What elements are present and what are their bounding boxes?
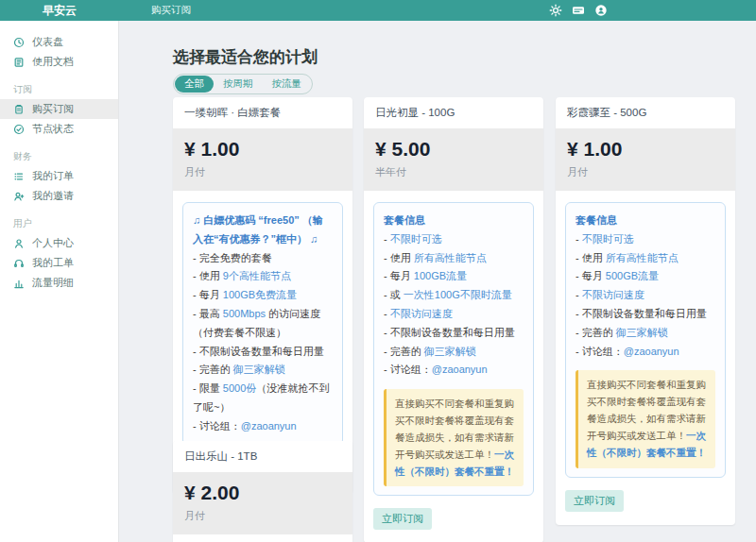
plan-price-block: ¥ 2.00 月付 bbox=[173, 472, 352, 534]
feature-line: - 讨论组：@zaoanyun bbox=[576, 343, 715, 362]
feature-line: - 完善的 御三家解锁 bbox=[384, 343, 524, 362]
sidebar-section-finance: 财务 bbox=[0, 150, 118, 163]
feature-line: - 不限制设备数量和每日用量 bbox=[384, 324, 524, 343]
plan-price: ¥ 2.00 bbox=[184, 482, 341, 504]
page-title: 选择最适合您的计划 bbox=[173, 46, 318, 68]
feature-line: - 限量 5000份（没准就抢不到了呢~） bbox=[193, 380, 333, 417]
feature-line: - 完善的 御三家解锁 bbox=[193, 361, 333, 380]
subscription-icon bbox=[13, 104, 25, 115]
plan-title: 彩霞骤至 - 500G bbox=[556, 97, 735, 128]
feature-line: - 每月 100GB流量 bbox=[384, 267, 524, 286]
sidebar-section-subscription: 订阅 bbox=[0, 83, 118, 96]
feature-line: - 不限时可选 bbox=[576, 230, 715, 249]
feature-line: - 不限访问速度 bbox=[384, 305, 524, 324]
language-flag-icon[interactable] bbox=[572, 4, 585, 17]
feature-line: - 最高 500Mbps 的访问速度（付费套餐不限速） bbox=[193, 305, 333, 343]
sidebar-item-traffic-details[interactable]: 流量明细 bbox=[0, 273, 118, 293]
app-logo: 早安云 bbox=[0, 0, 119, 21]
plan-price-block: ¥ 1.00 月付 bbox=[556, 128, 735, 191]
sidebar-item-label: 仪表盘 bbox=[32, 35, 63, 49]
feature-line: - 不限访问速度 bbox=[576, 286, 715, 305]
plan-card: 日光初显 - 100G ¥ 5.00 半年付 套餐信息 - 不限时可选 - 使用… bbox=[364, 97, 543, 542]
topbar: 购买订阅 bbox=[119, 0, 756, 21]
filter-by-traffic[interactable]: 按流量 bbox=[263, 76, 312, 93]
sidebar-item-label: 个人中心 bbox=[32, 236, 74, 250]
settings-gear-icon[interactable] bbox=[549, 4, 562, 17]
plan-price-block: ¥ 1.00 月付 bbox=[173, 128, 352, 191]
topbar-title: 购买订阅 bbox=[151, 0, 191, 21]
filter-all[interactable]: 全部 bbox=[175, 76, 214, 93]
promo-code-line: ♫ 白嫖优惠码 “free50” （输入在“有优惠券？”框中） ♫ bbox=[193, 212, 333, 249]
sidebar-item-dashboard[interactable]: 仪表盘 bbox=[0, 32, 118, 52]
feature-line: - 使用 所有高性能节点 bbox=[384, 249, 524, 268]
sidebar-item-my-invites[interactable]: 我的邀请 bbox=[0, 186, 118, 206]
sidebar-item-label: 流量明细 bbox=[32, 276, 74, 290]
feature-line: - 不限时可选 bbox=[384, 230, 524, 249]
feature-line: - 不限制设备数量和每日用量 bbox=[193, 343, 333, 362]
plan-price: ¥ 1.00 bbox=[567, 138, 724, 161]
feature-line: - 每月 500GB流量 bbox=[576, 267, 715, 286]
subscribe-button[interactable]: 立即订阅 bbox=[565, 490, 624, 512]
dashboard-icon bbox=[13, 37, 25, 48]
feature-line: - 使用 9个高性能节点 bbox=[193, 267, 333, 286]
invites-icon bbox=[13, 191, 25, 202]
plan-warning: 直接购买不同套餐和重复购买不限时套餐将覆盖现有套餐造成损失，如有需求请新开号购买… bbox=[576, 370, 715, 467]
sidebar-item-my-orders[interactable]: 我的订单 bbox=[0, 166, 118, 186]
account-user-icon[interactable] bbox=[594, 4, 608, 17]
plan-info-box: ♫ 白嫖优惠码 “free50” （输入在“有优惠券？”框中） ♫ - 完全免费… bbox=[182, 202, 343, 446]
plan-period: 月付 bbox=[184, 509, 341, 523]
feature-line: - 每月 100GB免费流量 bbox=[193, 286, 333, 305]
sidebar: 仪表盘 使用文档 订阅 购买订阅 节点状态 财务 我的订单 我的邀请 用户 bbox=[0, 21, 119, 542]
plan-period: 月付 bbox=[567, 165, 724, 179]
plan-period: 半年付 bbox=[375, 165, 532, 179]
plan-price: ¥ 5.00 bbox=[375, 138, 532, 161]
topbar-icons bbox=[549, 0, 608, 21]
sidebar-item-label: 节点状态 bbox=[32, 122, 74, 136]
node-status-icon bbox=[13, 124, 25, 135]
feature-line: - 使用 所有高性能节点 bbox=[576, 249, 715, 268]
plan-price-block: ¥ 5.00 半年付 bbox=[364, 128, 543, 191]
plan-info-heading: 套餐信息 bbox=[576, 212, 715, 230]
feature-line: - 不限制设备数量和每日用量 bbox=[576, 305, 715, 324]
filter-by-cycle[interactable]: 按周期 bbox=[214, 76, 263, 93]
sidebar-section-user: 用户 bbox=[0, 217, 118, 230]
subscribe-button[interactable]: 立即订阅 bbox=[373, 508, 432, 530]
main-content: 选择最适合您的计划 全部 按周期 按流量 一缕朝晖 · 白嫖套餐 ¥ 1.00 … bbox=[119, 21, 756, 542]
profile-icon bbox=[13, 238, 25, 249]
feature-line: - 讨论组：@zaoanyun bbox=[384, 361, 524, 380]
feature-line: - 讨论组：@zaoanyun bbox=[193, 417, 333, 436]
plan-title: 日光初显 - 100G bbox=[364, 97, 543, 128]
sidebar-item-label: 使用文档 bbox=[32, 55, 74, 69]
sidebar-item-docs[interactable]: 使用文档 bbox=[0, 52, 118, 72]
sidebar-item-node-status[interactable]: 节点状态 bbox=[0, 119, 118, 139]
plan-info-box: 套餐信息 - 不限时可选 - 使用 所有高性能节点 - 每月 100GB流量 -… bbox=[373, 202, 534, 496]
docs-icon bbox=[13, 57, 25, 68]
plan-info-box: 套餐信息 - 不限时可选 - 使用 所有高性能节点 - 每月 500GB流量 -… bbox=[565, 202, 726, 478]
sidebar-item-label: 我的工单 bbox=[32, 256, 74, 270]
sidebar-item-profile[interactable]: 个人中心 bbox=[0, 233, 118, 253]
plan-warning: 直接购买不同套餐和重复购买不限时套餐将覆盖现有套餐造成损失，如有需求请新开号购买… bbox=[384, 389, 524, 486]
sidebar-item-label: 购买订阅 bbox=[32, 102, 74, 116]
feature-line: - 完全免费的套餐 bbox=[193, 249, 333, 268]
plan-period: 月付 bbox=[184, 165, 341, 179]
plan-card: 日出乐山 - 1TB ¥ 2.00 月付 bbox=[173, 441, 352, 542]
feature-line: - 或 一次性100G不限时流量 bbox=[384, 286, 524, 305]
plan-body bbox=[173, 534, 352, 542]
plan-card: 彩霞骤至 - 500G ¥ 1.00 月付 套餐信息 - 不限时可选 - 使用 … bbox=[556, 97, 735, 525]
plan-price: ¥ 1.00 bbox=[184, 138, 341, 161]
sidebar-item-label: 我的邀请 bbox=[32, 189, 74, 203]
feature-line: - 完善的 御三家解锁 bbox=[576, 324, 715, 343]
sidebar-item-my-tickets[interactable]: 我的工单 bbox=[0, 253, 118, 273]
sidebar-item-label: 我的订单 bbox=[32, 169, 74, 183]
plan-title: 一缕朝晖 · 白嫖套餐 bbox=[173, 97, 352, 128]
tickets-icon bbox=[13, 258, 25, 269]
plan-body: 套餐信息 - 不限时可选 - 使用 所有高性能节点 - 每月 500GB流量 -… bbox=[556, 191, 735, 525]
plan-title: 日出乐山 - 1TB bbox=[173, 441, 352, 472]
traffic-icon bbox=[13, 278, 25, 289]
sidebar-item-buy-subscription[interactable]: 购买订阅 bbox=[0, 99, 118, 119]
orders-icon bbox=[13, 171, 25, 182]
plan-card: 一缕朝晖 · 白嫖套餐 ¥ 1.00 月付 ♫ 白嫖优惠码 “free50” （… bbox=[173, 97, 352, 493]
plan-filter-group: 全部 按周期 按流量 bbox=[173, 74, 313, 94]
plan-info-heading: 套餐信息 bbox=[384, 212, 524, 230]
plan-body: 套餐信息 - 不限时可选 - 使用 所有高性能节点 - 每月 100GB流量 -… bbox=[364, 191, 543, 542]
